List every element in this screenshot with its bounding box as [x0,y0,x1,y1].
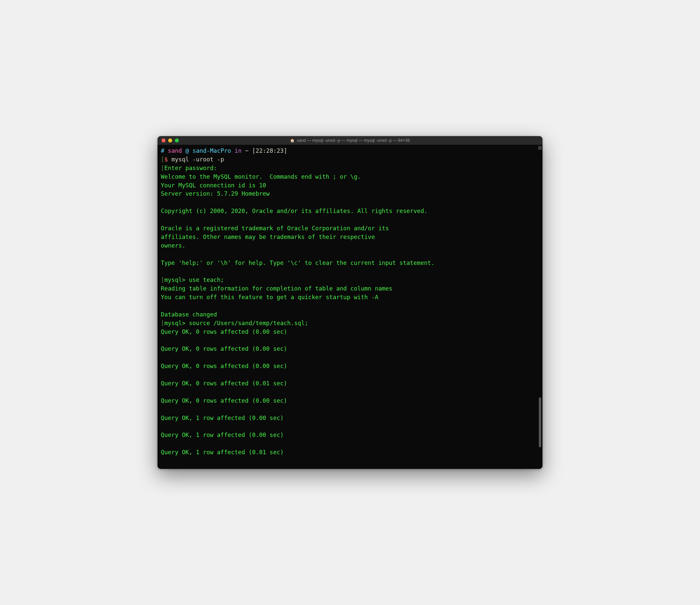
output-line: You can turn off this feature to get a q… [161,294,378,300]
terminal-area[interactable]: # sand @ sand-MacPro in ~ [22:28:23] [$ … [157,145,543,469]
traffic-lights [157,138,179,142]
line-lb: [ [161,277,165,283]
output-line: Query OK, 0 rows affected (0.00 sec) [161,328,287,335]
mysql-command: use teach; [185,277,224,283]
titlebar: 🏠 sand — mysql -uroot -p — mysql — mysql… [157,136,543,145]
output-line: Your MySQL connection id is 10 [161,182,266,189]
output-line: Query OK, 0 rows affected (0.00 sec) [161,363,287,369]
output-line: Database changed [161,311,217,318]
prompt-host: sand-MacPro [193,148,231,154]
line-lb: [ [161,156,165,163]
shell-command: mysql -uroot -p [172,156,224,163]
prompt-in: in [234,148,242,154]
prompt-dollar: $ [165,156,168,163]
window-title: 🏠 sand — mysql -uroot -p — mysql — mysql… [157,138,543,143]
output-line: Query OK, 1 row affected (0.01 sec) [161,449,284,455]
output-line: Query OK, 0 rows affected (0.00 sec) [161,397,287,404]
prompt-rb: ] [284,148,288,154]
output-line: Type 'help;' or '\h' for help. Type '\c'… [161,260,434,266]
scrollbar-top-marker [538,146,542,150]
output-line: Server version: 5.7.29 Homebrew [161,190,270,197]
window-title-text: sand — mysql -uroot -p — mysql — mysql -… [297,138,409,143]
maximize-button[interactable] [175,138,179,142]
close-button[interactable] [161,138,166,142]
prompt-hash: # [161,148,165,154]
prompt-time: 22:28:23 [256,148,284,154]
mysql-prompt: mysql> [165,277,185,283]
output-line: owners. [161,242,185,249]
line-lb: [ [161,165,165,172]
terminal-window: 🏠 sand — mysql -uroot -p — mysql — mysql… [157,136,543,469]
mysql-prompt: mysql> [165,320,185,326]
output-line: Reading table information for completion… [161,285,392,292]
scrollbar-thumb[interactable] [539,397,541,447]
line-lb: [ [161,320,165,326]
prompt-at: @ [185,148,189,154]
prompt-lb: [ [252,148,256,154]
minimize-button[interactable] [168,138,172,142]
prompt-user: sand [168,148,182,154]
output-line: Oracle is a registered trademark of Orac… [161,225,389,232]
output-line: affiliates. Other names may be trademark… [161,234,375,240]
output-line: Query OK, 1 row affected (0.00 sec) [161,431,284,438]
output-line: Copyright (c) 2000, 2020, Oracle and/or … [161,208,428,214]
output-line: Query OK, 0 rows affected (0.00 sec) [161,345,287,352]
output-line: Enter password: [165,165,217,172]
output-line: Query OK, 0 rows affected (0.01 sec) [161,380,287,387]
terminal-content[interactable]: # sand @ sand-MacPro in ~ [22:28:23] [$ … [161,147,539,457]
prompt-path: ~ [245,148,249,154]
home-icon: 🏠 [290,138,295,143]
output-line: Query OK, 1 row affected (0.00 sec) [161,415,284,421]
output-line: Welcome to the MySQL monitor. Commands e… [161,174,361,180]
mysql-command: source /Users/sand/temp/teach.sql; [185,320,308,326]
scrollbar-track[interactable] [538,146,542,468]
